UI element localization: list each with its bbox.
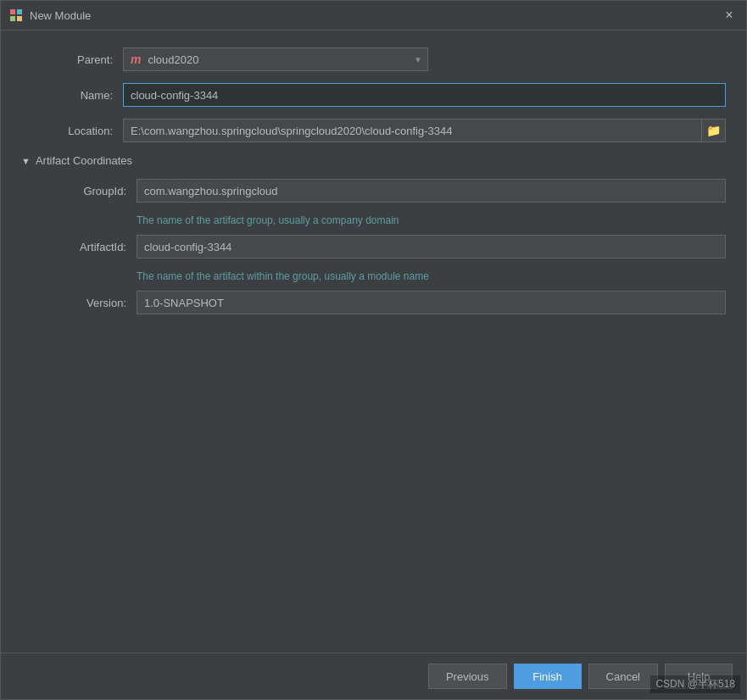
artifactid-hint: The name of the artifact within the grou…	[137, 270, 726, 282]
artifactid-row: ArtifactId:	[35, 235, 726, 258]
browse-button[interactable]: 📁	[702, 119, 726, 142]
groupid-label: GroupId:	[35, 185, 137, 197]
cancel-button[interactable]: Cancel	[588, 664, 658, 689]
svg-rect-1	[17, 9, 22, 14]
new-module-dialog: New Module × Parent: m cloud2020 ▼ Name:	[0, 0, 747, 700]
name-row: Name:	[21, 83, 726, 107]
parent-label: Parent:	[21, 53, 123, 66]
location-row: Location: 📁	[21, 119, 726, 142]
name-input[interactable]	[123, 83, 726, 107]
version-input[interactable]	[137, 291, 726, 314]
parent-select-value: cloud2020	[148, 53, 198, 66]
svg-rect-3	[17, 16, 22, 21]
groupid-control	[137, 179, 726, 203]
svg-rect-2	[10, 16, 15, 21]
maven-icon: m	[131, 53, 141, 66]
parent-control: m cloud2020 ▼	[123, 47, 726, 71]
finish-button[interactable]: Finish	[514, 664, 582, 689]
version-row: Version:	[35, 291, 726, 314]
groupid-hint: The name of the artifact group, usually …	[137, 214, 726, 226]
artifactid-control	[137, 235, 726, 258]
dialog-content: Parent: m cloud2020 ▼ Name: Location:	[1, 31, 746, 653]
artifact-section-header: ▼ Artifact Coordinates	[21, 154, 726, 167]
title-bar: New Module ×	[1, 1, 746, 31]
dialog-footer: Previous Finish Cancel Help	[1, 653, 746, 699]
location-input[interactable]	[123, 119, 702, 142]
dialog-icon	[9, 8, 23, 22]
version-label: Version:	[35, 297, 137, 309]
dialog-title: New Module	[30, 9, 721, 22]
artifactid-label: ArtifactId:	[35, 241, 137, 253]
location-row-inner: 📁	[123, 119, 726, 142]
folder-icon: 📁	[706, 124, 721, 137]
parent-select[interactable]: m cloud2020 ▼	[123, 47, 428, 71]
artifact-section-title: Artifact Coordinates	[36, 154, 132, 167]
previous-button[interactable]: Previous	[428, 664, 507, 689]
version-control	[137, 291, 726, 314]
parent-row: Parent: m cloud2020 ▼	[21, 47, 726, 71]
watermark: CSDN @半杯518	[650, 675, 740, 693]
chevron-down-icon: ▼	[414, 55, 422, 64]
close-button[interactable]: ×	[721, 7, 738, 24]
name-label: Name:	[21, 89, 123, 102]
svg-rect-0	[10, 9, 15, 14]
location-control: 📁	[123, 119, 726, 142]
artifact-section: GroupId: The name of the artifact group,…	[35, 179, 726, 314]
name-control	[123, 83, 726, 107]
section-toggle-icon[interactable]: ▼	[21, 156, 31, 166]
groupid-input[interactable]	[137, 179, 726, 203]
groupid-row: GroupId:	[35, 179, 726, 203]
artifactid-input[interactable]	[137, 235, 726, 258]
location-label: Location:	[21, 125, 123, 137]
